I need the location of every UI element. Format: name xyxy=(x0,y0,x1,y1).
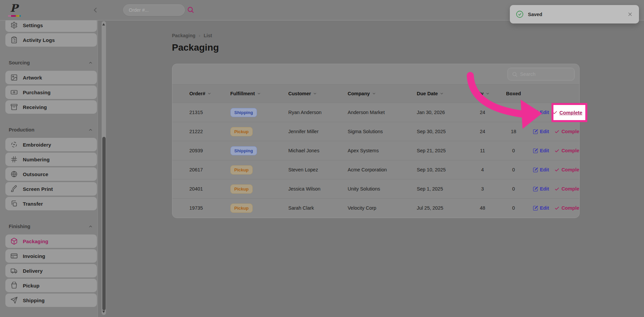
complete-link[interactable]: Complete xyxy=(554,205,580,211)
sidebar-item-pickup[interactable]: Pickup xyxy=(5,279,97,292)
chevron-left-icon xyxy=(91,6,99,14)
edit-link[interactable]: Edit xyxy=(533,129,549,135)
sidebar-item-receiving[interactable]: Receiving xyxy=(5,100,97,114)
sidebar-section-finishing[interactable]: Finishing xyxy=(5,223,97,230)
edit-icon xyxy=(533,186,538,192)
edit-icon xyxy=(533,110,538,115)
sidebar-item-shipping[interactable]: Shipping xyxy=(5,294,97,307)
sidebar-item-delivery[interactable]: Delivery xyxy=(5,264,97,277)
check-icon xyxy=(554,129,559,134)
sidebar-item-outsource[interactable]: Outsource xyxy=(5,167,97,181)
column-label: Qty xyxy=(475,91,483,96)
boxed-value: 0 xyxy=(498,199,530,218)
column-label: Fulfillment xyxy=(230,91,255,96)
sidebar-item-packaging[interactable]: Packaging xyxy=(5,234,97,248)
due-date: Jul 25, 2025 xyxy=(417,199,468,218)
column-sort-header[interactable]: Qty xyxy=(475,91,489,96)
due-date: Sep 30, 2025 xyxy=(417,122,468,141)
qty-value: 11 xyxy=(468,141,498,160)
edit-link[interactable]: Edit xyxy=(533,205,549,211)
sidebar-item-activity-logs[interactable]: Activity Logs xyxy=(5,33,97,47)
package-icon xyxy=(10,237,18,245)
sidebar-item-embroidery[interactable]: Embroidery xyxy=(5,138,97,151)
breadcrumb: Packaging › List xyxy=(172,33,580,39)
sidebar-item-screen-print[interactable]: Screen Print xyxy=(5,182,97,196)
edit-link[interactable]: Edit xyxy=(533,167,549,173)
check-icon xyxy=(554,187,559,192)
customer-name: Jessica Wilson xyxy=(288,179,348,199)
logo-letter: P xyxy=(8,1,23,15)
edit-label: Edit xyxy=(540,167,549,172)
logo-color-bar xyxy=(8,15,21,17)
company-name: Velocity Corp xyxy=(348,199,417,218)
edit-icon xyxy=(533,129,538,135)
company-name: Sigma Solutions xyxy=(348,122,417,141)
scroll-down-arrow[interactable] xyxy=(102,311,105,313)
order-number: 20939 xyxy=(172,141,230,160)
company-name: Acme Corporation xyxy=(348,160,417,179)
edit-icon xyxy=(533,205,538,211)
sidebar-section-production[interactable]: Production xyxy=(5,126,97,133)
order-number: 20617 xyxy=(172,160,230,179)
sidebar-item-purchasing[interactable]: Purchasing xyxy=(5,86,97,99)
sidebar-item-label: Embroidery xyxy=(23,142,51,148)
check-icon xyxy=(554,206,559,211)
highlighted-complete-link[interactable]: Complete xyxy=(556,110,582,115)
chevron-down-icon xyxy=(486,92,490,96)
check-icon xyxy=(552,110,557,115)
chevron-down-icon xyxy=(257,92,261,96)
app-logo[interactable]: P xyxy=(8,1,23,17)
scrollbar-thumb[interactable] xyxy=(102,137,106,310)
complete-link[interactable]: Complete xyxy=(554,167,580,172)
boxed-value: 0 xyxy=(498,160,530,179)
sidebar-item-label: Invoicing xyxy=(23,253,45,259)
sidebar-item-transfer[interactable]: Transfer xyxy=(5,197,97,210)
table-header-row: Order# Fulfillment Customer Company Due … xyxy=(172,85,579,103)
fulfillment-badge: Pickup xyxy=(230,184,253,194)
breadcrumb-packaging[interactable]: Packaging xyxy=(172,33,196,38)
check-icon xyxy=(554,167,559,172)
column-label: Customer xyxy=(288,91,311,96)
column-sort-header[interactable]: Fulfillment xyxy=(230,91,261,96)
sidebar-item-numbering[interactable]: Numbering xyxy=(5,153,97,166)
table-row: 21315 Shipping Ryan Anderson Anderson Ma… xyxy=(172,103,579,122)
breadcrumb-list[interactable]: List xyxy=(204,33,212,38)
complete-link[interactable]: Complete xyxy=(554,148,580,153)
actions-column-header xyxy=(530,85,579,103)
table-search-input[interactable] xyxy=(520,71,570,77)
sidebar-item-label: Receiving xyxy=(23,104,47,110)
sidebar-item-artwork[interactable]: Artwork xyxy=(5,71,97,84)
column-sort-header[interactable]: Due Date xyxy=(417,91,444,96)
complete-label: Complete xyxy=(561,167,580,172)
sidebar-collapse-button[interactable] xyxy=(91,5,100,15)
close-icon[interactable] xyxy=(627,11,633,17)
saved-toast: Saved xyxy=(510,5,639,23)
column-label: Order# xyxy=(190,91,206,96)
fulfillment-badge: Shipping xyxy=(230,146,257,155)
sidebar-item-settings[interactable]: Settings xyxy=(5,20,97,32)
sidebar-section-sourcing[interactable]: Sourcing xyxy=(5,59,97,66)
edit-link[interactable]: Edit xyxy=(533,186,549,192)
edit-link[interactable]: Edit xyxy=(533,148,549,154)
complete-link[interactable]: Complete xyxy=(554,129,580,134)
complete-link[interactable]: Complete xyxy=(554,186,580,192)
boxed-value: 0 xyxy=(498,141,530,160)
sidebar-item-label: Packaging xyxy=(23,239,48,244)
sidebar-item-invoicing[interactable]: Invoicing xyxy=(5,249,97,263)
packaging-table-card: Order# Fulfillment Customer Company Due … xyxy=(172,64,580,218)
search-icon[interactable] xyxy=(187,6,194,13)
column-sort-header[interactable]: Order# xyxy=(190,91,212,96)
column-sort-header[interactable]: Boxed xyxy=(506,91,521,96)
scroll-up-arrow[interactable] xyxy=(102,23,105,25)
chevron-up-icon xyxy=(88,127,93,132)
column-sort-header[interactable]: Customer xyxy=(288,91,317,96)
main-content: Packaging › List Packaging Order# xyxy=(107,20,644,317)
target-icon xyxy=(10,141,18,148)
sidebar-item-label: Activity Logs xyxy=(23,37,55,43)
edit-link[interactable]: Edit xyxy=(533,110,549,115)
breadcrumb-separator: › xyxy=(199,33,201,38)
column-sort-header[interactable]: Company xyxy=(348,91,376,96)
order-search-input[interactable] xyxy=(129,7,179,13)
boxed-value: 18 xyxy=(498,122,530,141)
boxed-value xyxy=(498,103,530,122)
